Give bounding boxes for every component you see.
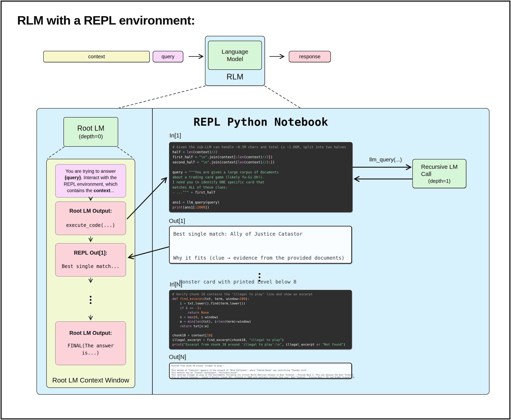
root-lm-depth: (depth=0): [79, 133, 103, 140]
rlm-label: RLM: [205, 72, 265, 81]
recursive-lm-call-box: Recursive LMCall (depth=1): [412, 159, 466, 188]
llm-query-arrow-label: llm_query(...): [362, 157, 410, 163]
root-lm-final-box: Root LM Output: FINAL(The answeris...): [55, 322, 126, 365]
response-label: response: [299, 53, 320, 60]
language-model-box: LanguageModel: [208, 41, 262, 70]
recursive-lm-depth: (depth=1): [428, 178, 450, 184]
inN-label: In[N]: [170, 281, 182, 288]
context-label: context: [88, 53, 105, 60]
page-title: RLM with a REPL environment:: [17, 13, 195, 27]
in1-code-block: # Given the sub-LLM can handle ~0.5M cha…: [169, 142, 352, 212]
inN-code-block: # Verify chunk 18 contains the "illegal …: [169, 290, 352, 349]
root-lm-title: Root LM: [77, 124, 104, 133]
repl-out-title: REPL Out[1]:: [74, 250, 107, 256]
root-lm-box: Root LM (depth=0): [63, 117, 118, 147]
root-lm-output-code: execute_code(...): [66, 222, 115, 229]
root-lm-output-title: Root LM Output:: [69, 208, 112, 214]
panel-divider: [152, 108, 153, 395]
context-box: context: [43, 51, 150, 62]
repl-out-box: REPL Out[1]: Best single match...: [55, 243, 126, 277]
root-lm-final-title: Root LM Output:: [69, 330, 112, 336]
diagram-canvas: RLM with a REPL environment: context que…: [0, 0, 511, 420]
notebook-title: REPL Python Notebook: [169, 115, 352, 128]
recursive-lm-line: Recursive LMCall: [421, 163, 458, 178]
in1-label: In[1]: [169, 132, 181, 139]
outN-box: Excerpt from chunk 18 around 'illegal to…: [169, 363, 352, 379]
query-box: query: [153, 51, 183, 62]
out1-box: Best single match: Ally of Justice Catas…: [169, 226, 352, 263]
repl-out-code: Best single match...: [62, 263, 120, 270]
context-window-label: Root LM Context Window: [46, 376, 135, 384]
response-box: response: [289, 51, 331, 62]
root-lm-output-box-1: Root LM Output: execute_code(...): [55, 202, 126, 235]
root-lm-final-code: FINAL(The answeris...): [68, 342, 114, 357]
query-label: query: [161, 53, 175, 60]
system-prompt-box: You are trying to answer{query}. Interac…: [55, 164, 126, 197]
outN-label: Out[N]: [169, 353, 186, 360]
out1-label: Out[1]: [169, 218, 185, 224]
